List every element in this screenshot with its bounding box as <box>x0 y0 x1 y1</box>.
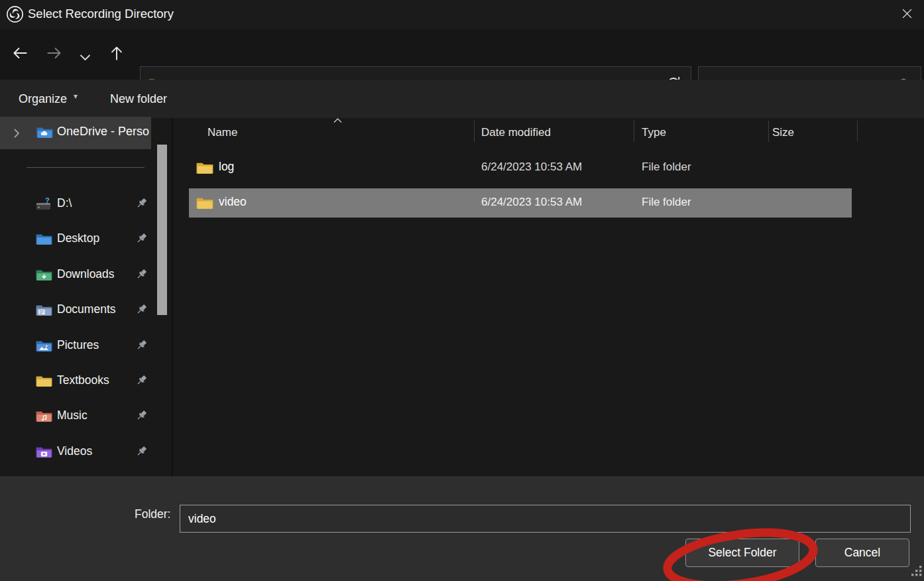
pictures-folder-icon <box>36 339 52 355</box>
sidebar-item-videos[interactable]: Videos <box>0 438 156 467</box>
navigation-bar: › Desktop › Multimodal › <box>0 29 924 80</box>
sidebar-item-label: Pictures <box>57 338 99 352</box>
file-row-log[interactable]: log 6/24/2023 10:53 AM File folder <box>189 153 852 182</box>
column-separator <box>857 121 858 142</box>
pin-icon <box>135 268 148 283</box>
folder-icon <box>196 196 213 212</box>
sidebar-item-d-drive[interactable]: ? D:\ <box>0 190 156 219</box>
pin-icon <box>135 232 148 247</box>
chevron-down-icon <box>80 52 91 64</box>
column-header-type[interactable]: Type <box>634 118 776 147</box>
downloads-folder-icon <box>36 268 52 284</box>
up-arrow-icon <box>107 43 127 66</box>
sidebar-item-label: Videos <box>57 444 92 458</box>
drive-icon: ? <box>36 197 53 214</box>
sidebar-item-label: D:\ <box>57 196 72 210</box>
sidebar-item-documents[interactable]: Documents <box>0 296 156 325</box>
sidebar-item-label: Music <box>57 409 87 422</box>
titlebar: Select Recording Directory <box>0 0 924 29</box>
yellow-folder-icon <box>36 374 52 390</box>
pin-icon <box>135 445 148 460</box>
new-folder-button[interactable]: New folder <box>110 80 167 118</box>
select-recording-directory-dialog: Select Recording Directory <box>0 0 924 581</box>
content-area: OneDrive - Perso ? D:\ <box>0 118 924 476</box>
sidebar-item-desktop[interactable]: Desktop <box>0 225 156 254</box>
music-folder-icon <box>36 409 52 425</box>
folder-icon <box>196 161 213 177</box>
organize-label: Organize <box>19 92 67 106</box>
new-folder-label: New folder <box>110 92 167 106</box>
expander-chevron-icon[interactable] <box>13 128 20 141</box>
organize-button[interactable]: Organize ▾ <box>19 80 78 118</box>
sidebar-item-label: Downloads <box>57 267 115 281</box>
forward-arrow-icon <box>44 43 64 66</box>
pin-icon <box>135 303 148 318</box>
pane-divider <box>172 118 173 476</box>
folder-name-input[interactable] <box>180 505 911 533</box>
forward-button[interactable] <box>42 42 66 66</box>
sidebar-item-textbooks[interactable]: Textbooks <box>0 367 156 396</box>
folder-name-label: Folder: <box>135 507 170 521</box>
column-header-date-modified[interactable]: Date modified <box>474 118 641 147</box>
select-folder-button[interactable]: Select Folder <box>685 539 799 567</box>
footer-panel: Folder: Select Folder Cancel <box>0 476 924 581</box>
sidebar-item-music[interactable]: Music <box>0 402 156 431</box>
resize-grip[interactable] <box>911 566 923 580</box>
caret-down-icon: ▾ <box>74 92 78 101</box>
column-separator <box>768 121 769 142</box>
sidebar-divider <box>27 167 144 168</box>
cancel-button[interactable]: Cancel <box>815 539 909 567</box>
onedrive-folder-icon <box>36 125 53 141</box>
documents-folder-icon <box>36 303 52 319</box>
blue-folder-icon <box>36 232 52 248</box>
videos-folder-icon <box>36 445 52 461</box>
column-separator <box>634 121 634 142</box>
column-header-size[interactable]: Size <box>768 118 861 147</box>
pin-icon <box>135 409 148 424</box>
pin-icon <box>135 339 148 354</box>
pin-icon <box>135 197 148 212</box>
sidebar-item-label: Textbooks <box>57 373 109 387</box>
up-button[interactable] <box>105 42 129 66</box>
sidebar-item-downloads[interactable]: Downloads <box>0 261 156 290</box>
column-header-name[interactable]: Name <box>188 118 494 147</box>
back-arrow-icon <box>10 43 30 66</box>
obs-logo-icon <box>6 5 24 23</box>
command-toolbar: Organize ▾ New folder ▾ ? <box>0 80 924 118</box>
column-separator <box>474 121 475 142</box>
sidebar-item-label: Desktop <box>57 231 99 245</box>
close-button[interactable] <box>894 3 920 27</box>
file-row-video[interactable]: video 6/24/2023 10:53 AM File folder <box>189 188 852 218</box>
sidebar-item-label: Documents <box>57 302 116 316</box>
sidebar-item-pictures[interactable]: Pictures <box>0 332 156 361</box>
back-button[interactable] <box>8 42 32 66</box>
dialog-title: Select Recording Directory <box>28 7 174 21</box>
sidebar-scrollbar-thumb[interactable] <box>157 145 167 315</box>
pin-icon <box>135 374 148 389</box>
sidebar-item-onedrive[interactable]: OneDrive - Perso <box>0 117 151 149</box>
recent-locations-button[interactable] <box>73 46 97 70</box>
close-icon <box>901 8 913 22</box>
sidebar-item-label: OneDrive - Perso <box>57 125 150 139</box>
